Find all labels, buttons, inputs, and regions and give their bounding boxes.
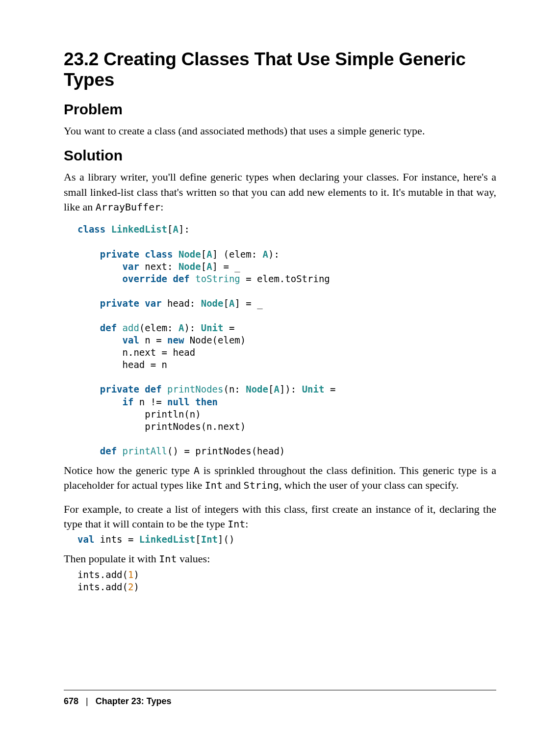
text: Notice how the generic type	[64, 464, 194, 476]
code-text: ):	[184, 322, 201, 333]
inline-code-int: Int	[159, 553, 177, 565]
inline-code-string: String	[244, 479, 279, 491]
text: , which the user of your class can speci…	[279, 479, 458, 491]
code-keyword: var	[123, 261, 139, 272]
code-keyword: def	[100, 322, 117, 333]
code-keyword: null	[167, 396, 190, 407]
code-text: [	[167, 224, 173, 235]
section-title: 23.2 Creating Classes That Use Simple Ge…	[64, 49, 496, 90]
code-type: Unit	[302, 384, 325, 394]
code-text: println(n)	[145, 409, 201, 420]
code-text: () = printNodes(head)	[167, 446, 285, 456]
code-type: A	[274, 384, 279, 394]
code-text: ]:	[178, 224, 190, 235]
code-keyword: def	[173, 273, 189, 284]
code-function: printNodes	[167, 384, 223, 394]
code-keyword: def	[145, 384, 161, 394]
code-text: = elem.toString	[240, 273, 330, 284]
code-keyword: then	[195, 396, 218, 407]
code-number: 1	[128, 569, 133, 580]
code-type: LinkedList	[111, 224, 167, 235]
code-type: A	[206, 261, 212, 272]
code-text: =	[224, 322, 235, 333]
code-type: A	[263, 249, 268, 260]
code-text: ints =	[94, 534, 139, 545]
code-text: [	[268, 384, 274, 394]
code-keyword: class	[77, 224, 105, 235]
code-text: ints.add(	[77, 569, 128, 580]
code-text: head:	[162, 298, 201, 309]
inline-code-int: Int	[228, 518, 245, 530]
code-text: [	[223, 298, 229, 309]
paragraph-notice: Notice how the generic type A is sprinkl…	[64, 463, 496, 493]
page: 23.2 Creating Classes That Use Simple Ge…	[0, 0, 560, 736]
code-text: ] (elem:	[212, 249, 263, 260]
code-keyword: private	[100, 384, 139, 394]
code-keyword: private	[100, 298, 139, 309]
text: Then populate it with	[64, 552, 159, 565]
code-text: Node(elem)	[184, 335, 246, 345]
code-function: add	[123, 322, 139, 333]
text: values:	[177, 552, 210, 565]
code-text: [	[201, 261, 206, 272]
code-keyword: new	[167, 335, 184, 345]
code-function: toString	[195, 273, 240, 284]
code-keyword: val	[77, 534, 94, 545]
code-keyword: def	[100, 446, 117, 456]
code-text: ] = _	[212, 261, 240, 272]
code-text: )	[133, 581, 139, 592]
code-text: ] = _	[234, 298, 262, 309]
code-text: printNodes(n.next)	[145, 421, 246, 432]
code-text: ]):	[280, 384, 302, 394]
paragraph-example: For example, to create a list of integer…	[64, 502, 496, 532]
inline-code-arraybuffer: ArrayBuffer	[96, 201, 160, 213]
code-function: printAll	[123, 446, 168, 456]
code-text: ):	[268, 249, 280, 260]
code-block-instantiate: val ints = LinkedList[Int]()	[77, 533, 496, 546]
code-type: A	[206, 249, 212, 260]
code-text: n.next = head	[123, 347, 196, 358]
code-text: [	[201, 249, 206, 260]
code-text: (n:	[223, 384, 246, 394]
code-block-add: ints.add(1) ints.add(2)	[77, 569, 496, 593]
code-type: Node	[246, 384, 268, 394]
code-text: n =	[139, 335, 167, 345]
code-number: 2	[128, 581, 133, 592]
chapter-label: Chapter 23: Types	[96, 696, 172, 706]
code-keyword: val	[123, 335, 139, 345]
code-type: Node	[178, 261, 201, 272]
code-type: A	[229, 298, 234, 309]
paragraph-then: Then populate it with Int values:	[64, 552, 496, 566]
text: :	[160, 201, 163, 213]
code-type: Unit	[201, 322, 224, 333]
paragraph-solution: As a library writer, you'll define gener…	[64, 170, 496, 214]
code-keyword: class	[145, 249, 173, 260]
inline-code-int: Int	[205, 479, 223, 491]
page-number: 678	[64, 696, 78, 706]
footer-separator: |	[86, 696, 88, 706]
heading-solution: Solution	[64, 147, 496, 164]
inline-code-a: A	[194, 465, 200, 476]
text: and	[223, 479, 244, 491]
text: :	[245, 518, 248, 530]
code-keyword: override	[123, 273, 168, 284]
code-text: ints.add(	[77, 581, 128, 592]
code-text: next:	[139, 261, 178, 272]
code-text: =	[324, 384, 335, 394]
code-text: n !=	[133, 396, 167, 407]
code-text: [	[195, 534, 201, 545]
code-block-linkedlist: class LinkedList[A]: private class Node[…	[77, 223, 496, 457]
heading-problem: Problem	[64, 101, 496, 118]
page-footer: 678 | Chapter 23: Types	[64, 690, 496, 707]
text: For example, to create a list of integer…	[64, 503, 496, 530]
code-type: A	[178, 322, 184, 333]
code-text: head = n	[123, 359, 168, 370]
code-type: Node	[178, 249, 201, 260]
code-type: Node	[201, 298, 224, 309]
code-type: Int	[201, 534, 218, 545]
code-keyword: if	[123, 396, 134, 407]
code-type: LinkedList	[139, 534, 195, 545]
code-text: ]()	[218, 534, 234, 545]
code-type: A	[173, 224, 178, 235]
content-area: 23.2 Creating Classes That Use Simple Ge…	[64, 49, 496, 690]
